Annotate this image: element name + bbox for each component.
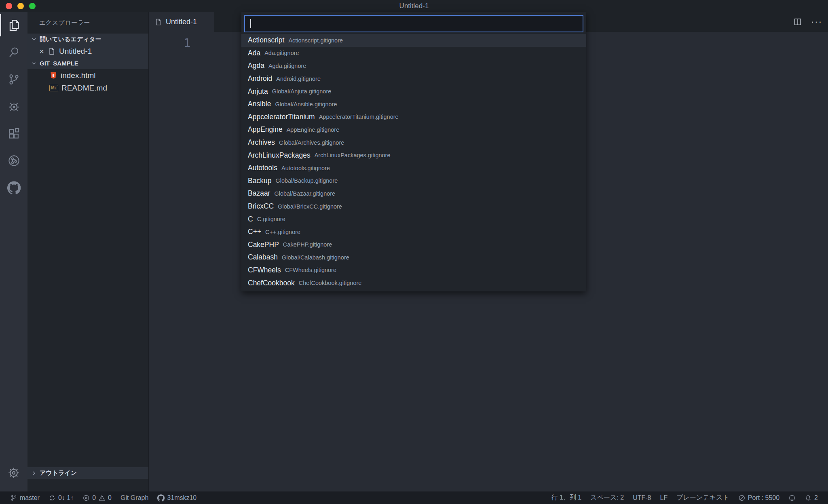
title-bar: Untitled-1 <box>0 0 828 12</box>
status-bar: master 0↓ 1↑ 0 0 Git Graph <box>0 491 828 504</box>
folder-name: GIT_SAMPLE <box>40 60 78 67</box>
git-branch-icon <box>10 494 17 502</box>
quick-pick-item-name: ChefCookbook <box>248 279 295 287</box>
activity-github[interactable] <box>0 174 27 201</box>
quick-pick-item-description: C++.gitignore <box>265 229 300 235</box>
quick-pick-item[interactable]: Android Android.gitignore <box>241 72 586 85</box>
chevron-down-icon <box>31 36 37 42</box>
quick-pick-item-name: Agda <box>248 61 264 70</box>
quick-pick-input[interactable] <box>245 16 583 32</box>
status-branch[interactable]: master <box>6 491 44 504</box>
status-cursor-position[interactable]: 行 1、列 1 <box>547 491 586 504</box>
quick-pick-item[interactable]: Archives Global/Archives.gitignore <box>241 136 586 149</box>
quick-pick-item-name: Autotools <box>248 164 277 172</box>
status-indentation[interactable]: スペース: 2 <box>586 491 628 504</box>
encoding-label: UTF-8 <box>633 494 651 502</box>
quick-pick-item-name: Bazaar <box>248 189 270 198</box>
extensions-icon <box>7 127 21 140</box>
quick-pick-item[interactable]: AppEngine AppEngine.gitignore <box>241 123 586 136</box>
status-live-server-port[interactable]: Port : 5500 <box>734 491 784 504</box>
maximize-window-button[interactable] <box>29 3 36 9</box>
activity-settings[interactable] <box>0 462 27 484</box>
status-notifications[interactable]: 2 <box>800 491 822 504</box>
status-eol[interactable]: LF <box>656 491 672 504</box>
quick-pick-item-description: Ada.gitignore <box>264 50 299 56</box>
activity-explorer[interactable] <box>0 12 27 39</box>
split-editor-icon[interactable] <box>793 17 802 26</box>
status-language-mode[interactable]: プレーンテキスト <box>672 491 734 504</box>
markdown-icon: M↓ <box>49 85 58 91</box>
section-outline[interactable]: アウトライン <box>27 467 148 479</box>
quick-pick-item-name: C++ <box>248 228 261 236</box>
quick-pick-item[interactable]: C C.gitignore <box>241 213 586 226</box>
quick-pick-item-name: Ansible <box>248 100 271 108</box>
quick-pick-item[interactable]: Ansible Global/Ansible.gitignore <box>241 98 586 111</box>
git-branch-icon <box>7 73 21 86</box>
status-git-graph[interactable]: Git Graph <box>116 491 153 504</box>
activity-search[interactable] <box>0 39 27 66</box>
error-count: 0 <box>92 494 96 502</box>
file-name: index.html <box>61 71 96 80</box>
quick-pick-item-description: Global/Anjuta.gitignore <box>272 88 332 95</box>
quick-pick-item[interactable]: AppceleratorTitanium AppceleratorTitaniu… <box>241 111 586 124</box>
quick-pick-item[interactable]: Backup Global/Backup.gitignore <box>241 175 586 188</box>
quick-pick-item[interactable]: ChefCookbook ChefCookbook.gitignore <box>241 276 586 289</box>
close-icon[interactable]: × <box>37 47 46 55</box>
activity-source-control[interactable] <box>0 66 27 93</box>
quick-pick-item[interactable]: Agda Agda.gitignore <box>241 59 586 72</box>
error-icon <box>82 494 90 502</box>
quick-pick-item[interactable]: BricxCC Global/BricxCC.gitignore <box>241 200 586 213</box>
file-icon <box>48 47 56 55</box>
quick-pick-item[interactable]: Actionscript Actionscript.gitignore <box>241 34 586 47</box>
quick-pick-item[interactable]: Bazaar Global/Bazaar.gitignore <box>241 187 586 200</box>
github-icon <box>157 494 165 502</box>
activity-git-graph[interactable] <box>0 147 27 174</box>
window-controls <box>6 3 36 9</box>
quick-pick-item[interactable]: CFWheels CFWheels.gitignore <box>241 264 586 277</box>
section-open-editors[interactable]: 開いているエディター <box>27 34 148 45</box>
quick-pick-item[interactable]: ArchLinuxPackages ArchLinuxPackages.giti… <box>241 149 586 162</box>
open-editor-untitled-1[interactable]: × Untitled-1 <box>27 45 148 57</box>
activity-extensions[interactable] <box>0 120 27 147</box>
warning-icon <box>98 494 106 502</box>
status-problems[interactable]: 0 0 <box>78 491 116 504</box>
section-folder-git-sample[interactable]: GIT_SAMPLE <box>27 57 148 69</box>
status-encoding[interactable]: UTF-8 <box>628 491 655 504</box>
quick-pick-item-description: C.gitignore <box>257 216 285 222</box>
quick-pick-item-name: Calabash <box>248 253 278 261</box>
quick-pick-item[interactable]: Anjuta Global/Anjuta.gitignore <box>241 85 586 98</box>
gear-icon <box>7 466 21 480</box>
branch-name: master <box>20 494 40 502</box>
file-readme-md[interactable]: M↓ README.md <box>27 82 148 94</box>
quick-pick-item[interactable]: Autotools Autotools.gitignore <box>241 162 586 175</box>
tab-untitled-1[interactable]: Untitled-1 <box>149 12 214 32</box>
line-number: 1 <box>184 36 190 50</box>
activity-bar <box>0 12 27 491</box>
quick-pick-item[interactable]: C++ C++.gitignore <box>241 226 586 238</box>
file-index-html[interactable]: 5 index.html <box>27 69 148 82</box>
minimize-window-button[interactable] <box>17 3 24 9</box>
quick-pick-item[interactable]: Ada Ada.gitignore <box>241 47 586 60</box>
line-col-label: 行 1、列 1 <box>551 493 582 502</box>
quick-pick-item-description: Agda.gitignore <box>268 63 306 69</box>
warning-count: 0 <box>108 494 112 502</box>
section-open-editors-label: 開いているエディター <box>40 36 101 43</box>
text-caret <box>250 19 251 28</box>
status-account[interactable]: 31mskz10 <box>153 491 201 504</box>
more-actions-icon[interactable]: ··· <box>811 17 822 27</box>
quick-pick-item-description: Android.gitignore <box>276 76 321 82</box>
quick-pick-item-description: ChefCookbook.gitignore <box>299 280 362 286</box>
quick-pick-item[interactable]: Calabash Global/Calabash.gitignore <box>241 251 586 264</box>
activity-run-debug[interactable] <box>0 93 27 120</box>
quick-pick-item[interactable]: CakePHP CakePHP.gitignore <box>241 238 586 251</box>
window-title: Untitled-1 <box>399 2 429 10</box>
status-feedback[interactable] <box>784 491 800 504</box>
indent-label: スペース: 2 <box>590 493 624 502</box>
status-sync[interactable]: 0↓ 1↑ <box>44 491 78 504</box>
language-label: プレーンテキスト <box>676 493 729 502</box>
quick-pick-item-description: Actionscript.gitignore <box>288 37 343 44</box>
html5-icon: 5 <box>49 72 57 80</box>
close-window-button[interactable] <box>6 3 12 9</box>
quick-pick-item-name: Android <box>248 74 272 83</box>
quick-pick-item-name: CakePHP <box>248 240 279 249</box>
